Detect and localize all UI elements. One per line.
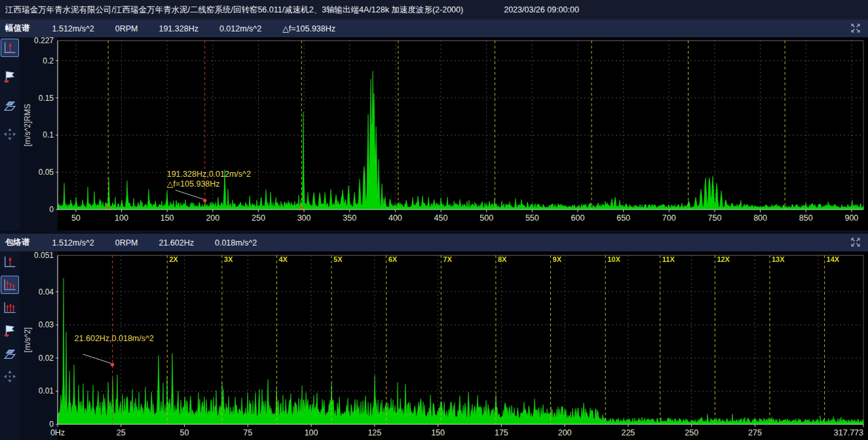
svg-text:600: 600 xyxy=(571,213,585,223)
svg-text:200: 200 xyxy=(206,213,219,223)
svg-text:10X: 10X xyxy=(607,255,620,263)
svg-text:9X: 9X xyxy=(553,255,562,263)
waterfall-view-tool[interactable] xyxy=(1,96,19,115)
svg-text:0.01: 0.01 xyxy=(39,386,54,395)
svg-text:900: 900 xyxy=(844,213,858,223)
svg-text:12X: 12X xyxy=(717,255,730,263)
svg-text:317.773: 317.773 xyxy=(834,428,863,437)
harmonic-cursor-tool[interactable] xyxy=(1,276,19,294)
waterfall-view-tool[interactable] xyxy=(1,344,19,363)
svg-text:225: 225 xyxy=(621,428,635,437)
svg-text:0.227: 0.227 xyxy=(34,37,54,45)
svg-text:75: 75 xyxy=(243,428,252,437)
svg-text:0.15: 0.15 xyxy=(39,94,54,103)
vibration-analysis-app: 江西瑞金万年青水泥有限公司/江西瑞金万年青水泥/二线窑系统/回转窑56.011/… xyxy=(0,0,868,440)
svg-text:2X: 2X xyxy=(169,255,178,263)
svg-text:[m/s^2]: [m/s^2] xyxy=(23,327,32,352)
amplitude-spectrum-panel: 幅值谱 1.512m/s^2 0RPM 191.328Hz 0.012m/s^2… xyxy=(0,20,868,230)
amplitude-toolbar xyxy=(0,37,20,230)
envelope-header: 包络谱 1.512m/s^2 0RPM 21.602Hz 0.018m/s^2 xyxy=(0,234,868,251)
svg-text:200: 200 xyxy=(558,428,572,437)
expand-icon[interactable] xyxy=(850,236,861,248)
measurement-datetime: 2023/03/26 09:00:00 xyxy=(504,5,579,14)
svg-text:[m/s^2]RMS: [m/s^2]RMS xyxy=(23,104,32,147)
rpm-value: 0RPM xyxy=(115,24,138,33)
svg-text:500: 500 xyxy=(480,213,493,223)
svg-text:0.02: 0.02 xyxy=(39,354,54,363)
envelope-title: 包络谱 xyxy=(5,237,30,248)
flag-marker-tool[interactable] xyxy=(1,321,19,340)
amplitude-header: 幅值谱 1.512m/s^2 0RPM 191.328Hz 0.012m/s^2… xyxy=(0,20,868,37)
envelope-toolbar xyxy=(0,251,20,440)
single-cursor-tool[interactable] xyxy=(1,39,19,57)
svg-text:0: 0 xyxy=(49,205,54,214)
envelope-spectrum-chart[interactable]: 2X3X4X5X6X7X8X9X10X11X12X13X14X21.602Hz,… xyxy=(20,251,868,440)
svg-text:700: 700 xyxy=(662,213,676,223)
svg-text:5X: 5X xyxy=(333,255,343,263)
amplitude-title: 幅值谱 xyxy=(5,23,30,34)
svg-text:25: 25 xyxy=(117,428,126,437)
svg-text:14X: 14X xyxy=(827,255,840,263)
cursor-amplitude: 0.018m/s^2 xyxy=(215,238,257,248)
svg-text:550: 550 xyxy=(525,213,539,223)
svg-text:250: 250 xyxy=(252,213,265,223)
envelope-spectrum-panel: 包络谱 1.512m/s^2 0RPM 21.602Hz 0.018m/s^2 xyxy=(0,234,868,440)
title-bar: 江西瑞金万年青水泥有限公司/江西瑞金万年青水泥/二线窑系统/回转窑56.011/… xyxy=(0,0,868,20)
svg-text:100: 100 xyxy=(305,428,318,437)
svg-text:50: 50 xyxy=(71,213,81,223)
measurement-path: 江西瑞金万年青水泥有限公司/江西瑞金万年青水泥/二线窑系统/回转窑56.011/… xyxy=(5,5,463,16)
svg-text:0.05: 0.05 xyxy=(39,168,54,177)
svg-text:50: 50 xyxy=(180,428,189,437)
svg-text:300: 300 xyxy=(297,213,311,223)
rms-value: 1.512m/s^2 xyxy=(52,24,94,33)
svg-text:250: 250 xyxy=(685,428,698,437)
svg-text:6X: 6X xyxy=(388,255,398,263)
svg-text:4X: 4X xyxy=(278,255,288,263)
cursor-amplitude: 0.012m/s^2 xyxy=(219,24,261,33)
svg-text:400: 400 xyxy=(388,213,402,223)
rpm-value: 0RPM xyxy=(115,238,138,248)
svg-text:750: 750 xyxy=(708,213,722,223)
svg-text:0.1: 0.1 xyxy=(43,130,54,139)
flag-marker-tool[interactable] xyxy=(1,67,19,86)
svg-text:△f=105.938Hz: △f=105.938Hz xyxy=(167,179,220,189)
svg-text:8X: 8X xyxy=(498,255,507,263)
svg-text:13X: 13X xyxy=(772,255,785,263)
svg-text:650: 650 xyxy=(616,213,630,223)
rms-value: 1.512m/s^2 xyxy=(52,238,94,248)
svg-text:150: 150 xyxy=(160,213,174,223)
svg-text:191.328Hz,0.012m/s^2: 191.328Hz,0.012m/s^2 xyxy=(167,170,251,179)
svg-text:0.2: 0.2 xyxy=(43,56,54,65)
sideband-cursor-tool[interactable] xyxy=(1,299,19,317)
svg-text:3X: 3X xyxy=(224,255,233,263)
amplitude-spectrum-chart[interactable]: 191.328Hz,0.012m/s^2△f=105.938Hz50100150… xyxy=(20,37,868,230)
delta-frequency: △f=105.938Hz xyxy=(282,24,335,33)
svg-text:21.602Hz,0.018m/s^2: 21.602Hz,0.018m/s^2 xyxy=(75,334,154,343)
svg-text:350: 350 xyxy=(343,213,356,223)
svg-text:800: 800 xyxy=(753,213,767,223)
cursor-frequency: 21.602Hz xyxy=(159,238,194,248)
svg-text:0.051: 0.051 xyxy=(34,251,54,260)
svg-text:7X: 7X xyxy=(443,255,452,263)
expand-icon[interactable] xyxy=(850,22,861,34)
svg-text:0: 0 xyxy=(49,420,54,429)
svg-text:450: 450 xyxy=(434,213,448,223)
pan-move-tool[interactable] xyxy=(1,125,19,143)
pan-move-tool[interactable] xyxy=(1,367,19,386)
svg-text:0.03: 0.03 xyxy=(39,320,54,329)
svg-text:275: 275 xyxy=(748,428,762,437)
cursor-frequency: 191.328Hz xyxy=(159,24,198,33)
single-cursor-tool[interactable] xyxy=(1,253,19,271)
svg-text:100: 100 xyxy=(115,213,128,223)
svg-text:0.04: 0.04 xyxy=(39,287,54,297)
svg-text:11X: 11X xyxy=(662,255,675,263)
svg-text:150: 150 xyxy=(431,428,445,437)
svg-text:175: 175 xyxy=(495,428,508,437)
svg-text:850: 850 xyxy=(799,213,813,223)
svg-text:125: 125 xyxy=(368,428,381,437)
svg-text:0Hz: 0Hz xyxy=(50,428,65,437)
